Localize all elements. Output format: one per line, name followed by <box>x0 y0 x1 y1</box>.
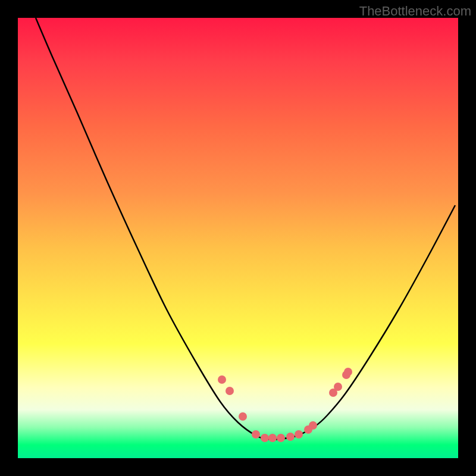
data-point <box>226 387 234 395</box>
chart-frame <box>18 18 458 458</box>
bottleneck-curve <box>36 18 455 440</box>
data-point <box>261 434 269 442</box>
bottleneck-curve-svg <box>18 18 458 458</box>
data-points-group <box>218 368 352 442</box>
data-point <box>344 368 352 376</box>
data-point <box>239 412 247 421</box>
data-point <box>334 383 342 391</box>
data-point <box>295 430 303 439</box>
data-point <box>277 434 285 442</box>
data-point <box>286 433 295 441</box>
data-point <box>309 421 317 430</box>
data-point <box>252 430 260 439</box>
data-point <box>268 434 277 442</box>
data-point <box>218 375 226 384</box>
attribution-text: TheBottleneck.com <box>359 4 471 19</box>
